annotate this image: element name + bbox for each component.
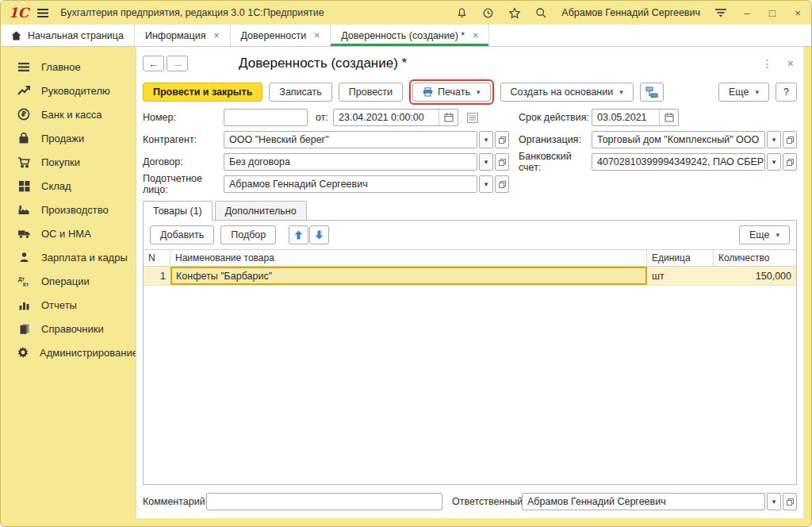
dropdown-button[interactable]: ▾	[767, 131, 781, 148]
post-and-close-button[interactable]: Провести и закрыть	[143, 83, 262, 102]
goods-more-button[interactable]: Еще ▾	[739, 225, 790, 244]
counterparty-field[interactable]: ООО "Невский берег"	[224, 131, 477, 148]
dropdown-button[interactable]: ▾	[479, 175, 493, 193]
tab-additional[interactable]: Дополнительно	[215, 201, 307, 221]
sidebar-item-prodazhi[interactable]: Продажи	[1, 126, 136, 150]
move-down-button[interactable]	[309, 225, 329, 244]
bank-account-field[interactable]: 40702810399994349242, ПАО СБЕРБАНК	[592, 153, 765, 171]
svg-text:Кт: Кт	[23, 282, 29, 287]
sidebar-item-spravochniki[interactable]: Справочники	[1, 317, 136, 340]
tab-information[interactable]: Информация ×	[135, 25, 231, 46]
tab-label: Доверенность (создание) *	[341, 30, 465, 41]
calendar-icon[interactable]	[659, 110, 678, 125]
sidebar-item-rukovoditelyu[interactable]: Руководителю	[1, 79, 136, 102]
open-link-button[interactable]	[783, 153, 797, 171]
date-field[interactable]: 23.04.2021 0:00:00	[333, 109, 458, 126]
set-time-list-icon[interactable]	[465, 109, 481, 126]
sidebar-item-os-nma[interactable]: ОС и НМА	[1, 221, 136, 245]
col-name[interactable]: Наименование товара	[170, 250, 647, 266]
open-link-button[interactable]	[495, 153, 509, 171]
goods-pane: Добавить Подбор Еще ▾	[143, 220, 797, 485]
tab-dovernnost-creation[interactable]: Доверенность (создание) * ×	[331, 25, 489, 46]
dropdown-button[interactable]: ▾	[767, 493, 781, 510]
organization-field[interactable]: Торговый дом "Комплексный" ООО	[592, 131, 765, 148]
maximize-button[interactable]: □	[767, 8, 778, 18]
open-link-button[interactable]	[495, 131, 509, 148]
minimize-button[interactable]: –	[741, 8, 753, 18]
responsible-field[interactable]: Абрамов Геннадий Сергеевич	[522, 493, 765, 510]
forward-button[interactable]: →	[167, 56, 188, 71]
favorites-star-icon[interactable]	[508, 7, 521, 19]
accountable-person-field[interactable]: Абрамов Геннадий Сергеевич	[224, 175, 477, 193]
sidebar-item-administrirovanie[interactable]: Администрирование	[1, 340, 136, 364]
close-tab-icon[interactable]: ×	[214, 30, 220, 41]
pick-button[interactable]: Подбор	[220, 225, 276, 244]
close-tab-icon[interactable]: ×	[314, 30, 320, 41]
form-header: ← → Доверенность (создание) * ⋮ ×	[143, 50, 797, 77]
empty-table-area[interactable]	[144, 286, 796, 484]
truck-icon	[17, 227, 31, 240]
form-close-icon[interactable]: ×	[787, 57, 794, 70]
move-up-button[interactable]	[289, 225, 308, 244]
col-unit[interactable]: Единица	[647, 250, 714, 266]
tab-goods[interactable]: Товары (1)	[143, 201, 213, 221]
sidebar-item-proizvodstvo[interactable]: Производство	[1, 198, 136, 221]
dropdown-button[interactable]: ▾	[479, 153, 493, 171]
notifications-bell-icon[interactable]	[456, 7, 468, 19]
col-qty[interactable]: Количество	[714, 250, 796, 266]
calendar-icon[interactable]	[439, 110, 458, 125]
tab-dovernnosti[interactable]: Доверенности ×	[231, 25, 331, 46]
structure-icon	[645, 87, 658, 98]
post-button[interactable]: Провести	[339, 83, 403, 102]
sidebar-label: Отчеты	[41, 299, 77, 311]
back-button[interactable]: ←	[143, 56, 164, 71]
current-user[interactable]: Абрамов Геннадий Сергеевич	[561, 7, 700, 18]
open-link-button[interactable]	[783, 493, 797, 510]
sidebar-item-bank-kassa[interactable]: ₽ Банк и касса	[1, 102, 136, 126]
close-tab-icon[interactable]: ×	[473, 30, 478, 41]
col-n[interactable]: N	[144, 250, 170, 266]
save-button[interactable]: Записать	[269, 83, 331, 102]
tab-home[interactable]: Начальная страница	[1, 25, 135, 46]
open-link-button[interactable]	[495, 175, 509, 193]
contract-field[interactable]: Без договора	[224, 153, 477, 171]
sidebar-item-zarplata-kadry[interactable]: Зарплата и кадры	[1, 245, 136, 269]
sidebar-label: Руководителю	[41, 85, 110, 97]
comment-label: Комментарий:	[143, 496, 206, 507]
create-based-on-button[interactable]: Создать на основании ▾	[500, 83, 634, 102]
sidebar-item-sklad[interactable]: Склад	[1, 174, 136, 198]
open-link-button[interactable]	[783, 131, 797, 148]
service-menu-icon[interactable]	[714, 8, 727, 18]
dropdown-button[interactable]: ▾	[479, 131, 493, 148]
main-menu-icon[interactable]	[36, 8, 49, 18]
sidebar-item-glavnoe[interactable]: Главное	[1, 55, 136, 79]
comment-input[interactable]	[206, 493, 442, 510]
print-button[interactable]: Печать ▾	[412, 83, 490, 102]
responsible-combo: Абрамов Геннадий Сергеевич ▾	[522, 493, 797, 510]
help-button[interactable]: ?	[776, 83, 797, 102]
history-icon[interactable]	[482, 7, 494, 19]
dropdown-button[interactable]: ▾	[767, 153, 781, 171]
search-icon[interactable]	[535, 7, 547, 19]
close-window-button[interactable]: ×	[792, 8, 803, 18]
number-input[interactable]	[224, 109, 308, 126]
valid-until-field[interactable]: 03.05.2021	[592, 109, 679, 126]
counterparty-label: Контрагент:	[143, 134, 224, 145]
form-kebab-menu-icon[interactable]: ⋮	[762, 57, 773, 70]
bar-chart-icon	[17, 298, 31, 312]
unit-cell[interactable]: шт	[647, 267, 714, 285]
sidebar-item-pokupki[interactable]: Покупки	[1, 150, 136, 174]
more-button[interactable]: Еще ▾	[718, 83, 769, 102]
quantity-cell[interactable]: 150,000	[714, 267, 796, 285]
item-name-cell[interactable]: Конфеты "Барбарис"	[170, 267, 647, 285]
table-row[interactable]: 1 Конфеты "Барбарис" шт 150,000	[144, 267, 796, 286]
row-number: 1	[144, 267, 170, 285]
1c-logo: 1С	[9, 6, 29, 20]
tab-label: Информация	[145, 30, 206, 41]
sidebar-item-operacii[interactable]: ДтКт Операции	[1, 269, 136, 293]
related-documents-button[interactable]	[640, 83, 664, 102]
add-row-button[interactable]: Добавить	[150, 225, 214, 244]
tab-label: Начальная страница	[28, 30, 124, 41]
sidebar-item-otchety[interactable]: Отчеты	[1, 293, 136, 317]
title-bar: 1С Бухгалтерия предприятия, редакция 3.0…	[1, 1, 811, 25]
